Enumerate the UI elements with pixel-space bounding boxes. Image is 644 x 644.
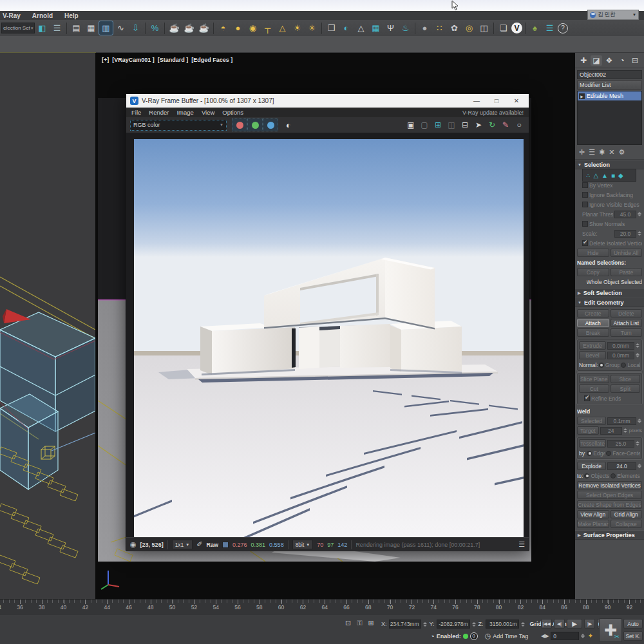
cut-button[interactable]: Cut (579, 384, 609, 393)
tab-display[interactable]: ⊟ (629, 55, 641, 66)
x-spinner[interactable] (423, 620, 428, 628)
remove-modifier-icon[interactable]: ✕ (609, 148, 614, 156)
snap-grid-icon[interactable]: ⊞ (368, 619, 374, 627)
bevel-spinner[interactable] (636, 352, 640, 359)
vray-update-notice[interactable]: V-Ray update available! (462, 109, 524, 116)
red-channel-toggle[interactable] (232, 118, 247, 131)
y-coordinate-field[interactable]: -2082.978m (437, 620, 470, 629)
vray-frame-buffer-window[interactable]: V V-Ray Frame Buffer - [100.0% of 1307 x… (126, 93, 529, 551)
blue-channel-toggle[interactable] (263, 118, 278, 131)
bevel-button[interactable]: Bevel (579, 351, 606, 359)
select-open-edges-button[interactable]: Select Open Edges (577, 491, 642, 499)
z-spinner[interactable] (521, 620, 526, 628)
paste-button[interactable]: Paste (611, 268, 643, 276)
timeline-frame-number[interactable]: 34 (0, 604, 1, 611)
current-frame-field[interactable]: 0 (551, 632, 579, 640)
tessellate-spinner[interactable] (636, 440, 640, 448)
correction-control-icon[interactable]: ✎ (500, 119, 511, 131)
viewport-menu-pov[interactable]: [VRayCam001 ] (112, 57, 155, 63)
ignore-backfacing-checkbox[interactable] (582, 192, 588, 198)
timeline-frame-number[interactable]: 76 (452, 604, 458, 611)
local-radio[interactable] (621, 363, 626, 368)
hide-button[interactable]: Hide (577, 249, 609, 257)
timeline-frame-number[interactable]: 54 (213, 604, 218, 611)
timeline-frame-number[interactable]: 72 (409, 604, 415, 611)
array-panel-icon[interactable]: ▦ (369, 21, 383, 35)
save-all-channels-icon[interactable]: ▢ (419, 119, 430, 131)
timeline-frame-number[interactable]: 92 (627, 604, 632, 611)
auto-key-button[interactable]: Auto (623, 619, 643, 629)
subobject-edge-icon[interactable]: △ (593, 172, 598, 179)
make-planar-button[interactable]: Make Planar (577, 520, 609, 528)
timeline-frame-number[interactable]: 82 (518, 604, 524, 611)
selection-lock-icon[interactable]: ⚿ (357, 619, 362, 627)
tessellate-button[interactable]: Tessellate (579, 439, 606, 448)
menu-arnold[interactable]: Arnold (32, 12, 53, 19)
close-button[interactable]: ✕ (508, 95, 525, 106)
timeline-frame-number[interactable]: 52 (191, 604, 197, 611)
rollout-selection[interactable]: ▼Selection (575, 160, 644, 169)
itoo-forest-icon[interactable]: ♠ (528, 21, 542, 35)
green-channel-toggle[interactable] (247, 118, 263, 131)
ribbon-toggle-icon[interactable]: ▥ (99, 21, 113, 35)
cone-light-icon[interactable]: △ (276, 21, 289, 35)
explode-value[interactable]: 24.0 (607, 462, 636, 470)
tab-modify[interactable]: ◪ (591, 55, 602, 66)
explode-spinner[interactable] (638, 462, 642, 470)
selected-button[interactable]: Selected (577, 417, 606, 425)
timeline-frame-number[interactable]: 44 (104, 604, 109, 611)
timeline-frame-number[interactable]: 86 (561, 604, 567, 611)
region-render-icon[interactable]: ⊞ (432, 119, 444, 131)
rollout-surface-properties[interactable]: ▶Surface Properties (575, 530, 644, 540)
menu-v-ray[interactable]: V-Ray (3, 12, 21, 19)
timeline-frame-number[interactable]: 64 (321, 604, 327, 611)
rollout-soft-selection[interactable]: ▶Soft Selection (575, 288, 644, 298)
target-spinner[interactable] (623, 427, 628, 435)
timeline-frame-number[interactable]: 58 (256, 604, 262, 611)
panel-toggle-icon[interactable]: ☰ (518, 540, 525, 549)
timeline-frame-number[interactable]: 36 (17, 604, 23, 611)
vfb-menu-render[interactable]: Render (149, 109, 169, 116)
maximize-button[interactable]: □ (488, 95, 505, 106)
timeline-frame-number[interactable]: 88 (583, 604, 589, 611)
timeline-frame-number[interactable]: 38 (39, 604, 44, 611)
planar-thresh-value[interactable]: 45.0 (614, 211, 636, 218)
grid-align-button[interactable]: Grid Align (611, 510, 643, 518)
modifier-stack[interactable]: ▶Editable Mesh (577, 91, 642, 145)
create-button[interactable]: Create (577, 309, 609, 317)
timeline-frame-number[interactable]: 60 (278, 604, 284, 611)
timeline-frame-number[interactable]: 62 (300, 604, 306, 611)
viewport-menu-shading[interactable]: [Standard ] (158, 57, 189, 63)
next-frame-button[interactable]: |▶ (584, 619, 595, 629)
timeline-frame-number[interactable]: 66 (343, 604, 349, 611)
target-value[interactable]: 24 (600, 427, 622, 435)
pyramid-primitive-icon[interactable]: △ (354, 21, 368, 35)
turn-button[interactable]: Turn (611, 328, 643, 337)
selected-value[interactable]: 0.1mm (607, 417, 636, 425)
vfb-menu-file[interactable]: File (131, 109, 141, 116)
timeline-frame-number[interactable]: 80 (496, 604, 502, 611)
vray-toolbar-icon[interactable]: V (511, 23, 522, 33)
zoom-dropdown[interactable]: 1x1▼ (172, 540, 193, 549)
vfb-canvas[interactable] (126, 133, 529, 537)
create-shape-from-edges-button[interactable]: Create Shape from Edges (577, 500, 642, 509)
timeline-frame-number[interactable]: 40 (61, 604, 66, 611)
extrude-spinner[interactable] (636, 342, 640, 350)
ignore-visible-edges-checkbox[interactable] (582, 202, 588, 207)
pixel-probe-icon[interactable]: ◉ (130, 540, 137, 549)
timeline-frame-number[interactable]: 48 (147, 604, 153, 611)
user-account-menu[interactable]: 김 민찬 ▼ (587, 10, 639, 20)
add-time-tag[interactable]: Add Time Tag (493, 633, 528, 639)
scale-spinner[interactable] (638, 230, 642, 238)
vfb-menu-image[interactable]: Image (176, 109, 193, 116)
timeline-frame-number[interactable]: 70 (387, 604, 393, 611)
x-coordinate-field[interactable]: -234.743mm (389, 620, 421, 629)
scale-value[interactable]: 20.0 (614, 230, 636, 238)
show-end-result-icon[interactable]: ☰ (589, 148, 595, 156)
percent-snap-icon[interactable]: % (148, 21, 162, 35)
delete-isolated-vertices-checkbox[interactable]: ✔ (582, 240, 588, 246)
itoo-railclone-icon[interactable]: ☰ (543, 21, 556, 35)
timeline-frame-number[interactable]: 42 (82, 604, 88, 611)
vray-status-icon[interactable]: ◔ (430, 632, 435, 640)
color-palette-icon[interactable]: ✿ (448, 21, 461, 35)
